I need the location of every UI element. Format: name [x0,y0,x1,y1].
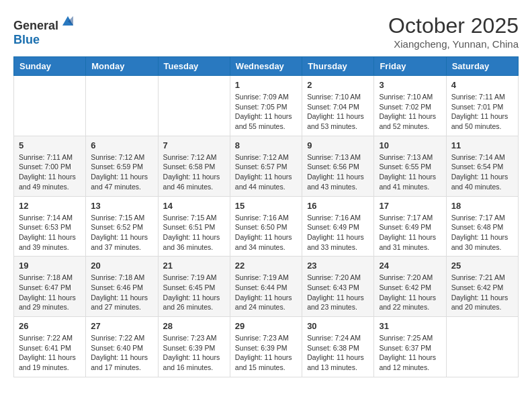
day-number: 6 [91,140,152,150]
weekday-header: Wednesday [230,57,302,76]
calendar-day-cell: 31Sunrise: 7:25 AM Sunset: 6:37 PM Dayli… [374,317,446,377]
calendar-day-cell: 23Sunrise: 7:20 AM Sunset: 6:43 PM Dayli… [302,257,374,317]
calendar-day-cell: 24Sunrise: 7:20 AM Sunset: 6:42 PM Dayli… [374,257,446,317]
day-number: 25 [451,261,513,271]
day-info: Sunrise: 7:19 AM Sunset: 6:45 PM Dayligh… [163,273,225,312]
calendar-table: SundayMondayTuesdayWednesdayThursdayFrid… [13,56,519,377]
calendar-day-cell: 14Sunrise: 7:15 AM Sunset: 6:51 PM Dayli… [158,196,230,257]
calendar-day-cell: 6Sunrise: 7:12 AM Sunset: 6:59 PM Daylig… [86,136,158,196]
day-number: 31 [379,321,441,331]
day-info: Sunrise: 7:22 AM Sunset: 6:41 PM Dayligh… [19,333,81,373]
calendar-day-cell: 12Sunrise: 7:14 AM Sunset: 6:53 PM Dayli… [14,196,86,257]
day-info: Sunrise: 7:11 AM Sunset: 7:01 PM Dayligh… [451,92,513,132]
day-number: 19 [19,261,81,271]
day-number: 26 [19,321,81,331]
weekday-header: Sunday [14,57,86,76]
weekday-header: Tuesday [158,57,230,76]
day-info: Sunrise: 7:11 AM Sunset: 7:00 PM Dayligh… [19,152,81,192]
calendar-day-cell: 30Sunrise: 7:24 AM Sunset: 6:38 PM Dayli… [302,317,374,377]
day-info: Sunrise: 7:22 AM Sunset: 6:40 PM Dayligh… [91,333,152,373]
calendar-day-cell [158,76,230,136]
day-info: Sunrise: 7:12 AM Sunset: 6:59 PM Dayligh… [91,152,152,192]
weekday-header: Saturday [446,57,518,76]
calendar-day-cell: 8Sunrise: 7:12 AM Sunset: 6:57 PM Daylig… [230,136,302,196]
day-info: Sunrise: 7:09 AM Sunset: 7:05 PM Dayligh… [235,92,297,132]
calendar-day-cell: 25Sunrise: 7:21 AM Sunset: 6:42 PM Dayli… [446,257,518,317]
page-header: General Blue October 2025 Xiangcheng, Yu… [13,13,519,50]
day-info: Sunrise: 7:24 AM Sunset: 6:38 PM Dayligh… [307,333,369,373]
day-info: Sunrise: 7:10 AM Sunset: 7:02 PM Dayligh… [379,92,441,132]
calendar-day-cell: 27Sunrise: 7:22 AM Sunset: 6:40 PM Dayli… [86,317,158,377]
day-number: 1 [235,80,297,90]
day-number: 7 [163,140,225,150]
calendar-day-cell: 13Sunrise: 7:15 AM Sunset: 6:52 PM Dayli… [86,196,158,257]
day-info: Sunrise: 7:14 AM Sunset: 6:54 PM Dayligh… [451,152,513,192]
calendar-week-row: 19Sunrise: 7:18 AM Sunset: 6:47 PM Dayli… [14,257,519,317]
day-info: Sunrise: 7:17 AM Sunset: 6:48 PM Dayligh… [451,213,513,253]
day-info: Sunrise: 7:20 AM Sunset: 6:42 PM Dayligh… [379,273,441,312]
day-info: Sunrise: 7:18 AM Sunset: 6:46 PM Dayligh… [91,273,152,312]
day-info: Sunrise: 7:15 AM Sunset: 6:52 PM Dayligh… [91,213,152,253]
logo-icon [60,13,76,30]
calendar-week-row: 12Sunrise: 7:14 AM Sunset: 6:53 PM Dayli… [14,196,519,257]
day-info: Sunrise: 7:15 AM Sunset: 6:51 PM Dayligh… [163,213,225,253]
logo-general: General [13,19,58,32]
calendar-day-cell: 19Sunrise: 7:18 AM Sunset: 6:47 PM Dayli… [14,257,86,317]
day-info: Sunrise: 7:14 AM Sunset: 6:53 PM Dayligh… [19,213,81,253]
day-info: Sunrise: 7:25 AM Sunset: 6:37 PM Dayligh… [379,333,441,373]
calendar-week-row: 5Sunrise: 7:11 AM Sunset: 7:00 PM Daylig… [14,136,519,196]
day-info: Sunrise: 7:16 AM Sunset: 6:50 PM Dayligh… [235,213,297,253]
day-number: 28 [163,321,225,331]
day-info: Sunrise: 7:12 AM Sunset: 6:58 PM Dayligh… [163,152,225,192]
calendar-day-cell: 18Sunrise: 7:17 AM Sunset: 6:48 PM Dayli… [446,196,518,257]
day-number: 5 [19,140,81,150]
calendar-day-cell: 2Sunrise: 7:10 AM Sunset: 7:04 PM Daylig… [302,76,374,136]
weekday-header: Friday [374,57,446,76]
calendar-day-cell: 15Sunrise: 7:16 AM Sunset: 6:50 PM Dayli… [230,196,302,257]
day-info: Sunrise: 7:10 AM Sunset: 7:04 PM Dayligh… [307,92,369,132]
calendar-day-cell: 5Sunrise: 7:11 AM Sunset: 7:00 PM Daylig… [14,136,86,196]
day-number: 20 [91,261,152,271]
logo: General Blue [13,13,76,47]
calendar-day-cell: 20Sunrise: 7:18 AM Sunset: 6:46 PM Dayli… [86,257,158,317]
calendar-day-cell: 26Sunrise: 7:22 AM Sunset: 6:41 PM Dayli… [14,317,86,377]
calendar-day-cell [14,76,86,136]
day-number: 13 [91,201,152,211]
calendar-day-cell: 11Sunrise: 7:14 AM Sunset: 6:54 PM Dayli… [446,136,518,196]
day-number: 29 [235,321,297,331]
calendar-day-cell: 17Sunrise: 7:17 AM Sunset: 6:49 PM Dayli… [374,196,446,257]
calendar-day-cell: 21Sunrise: 7:19 AM Sunset: 6:45 PM Dayli… [158,257,230,317]
calendar-day-cell: 28Sunrise: 7:23 AM Sunset: 6:39 PM Dayli… [158,317,230,377]
calendar-day-cell [446,317,518,377]
day-number: 14 [163,201,225,211]
day-number: 2 [307,80,369,90]
calendar-day-cell: 29Sunrise: 7:23 AM Sunset: 6:39 PM Dayli… [230,317,302,377]
day-number: 23 [307,261,369,271]
day-number: 18 [451,201,513,211]
title-section: October 2025 Xiangcheng, Yunnan, China [388,13,519,50]
calendar-day-cell: 10Sunrise: 7:13 AM Sunset: 6:55 PM Dayli… [374,136,446,196]
day-number: 27 [91,321,152,331]
calendar-day-cell: 22Sunrise: 7:19 AM Sunset: 6:44 PM Dayli… [230,257,302,317]
day-info: Sunrise: 7:21 AM Sunset: 6:42 PM Dayligh… [451,273,513,312]
day-info: Sunrise: 7:13 AM Sunset: 6:55 PM Dayligh… [379,152,441,192]
weekday-header: Monday [86,57,158,76]
calendar-header-row: SundayMondayTuesdayWednesdayThursdayFrid… [14,57,519,76]
day-number: 12 [19,201,81,211]
calendar-day-cell: 16Sunrise: 7:16 AM Sunset: 6:49 PM Dayli… [302,196,374,257]
day-info: Sunrise: 7:13 AM Sunset: 6:56 PM Dayligh… [307,152,369,192]
day-number: 11 [451,140,513,150]
day-info: Sunrise: 7:23 AM Sunset: 6:39 PM Dayligh… [235,333,297,373]
calendar-day-cell: 1Sunrise: 7:09 AM Sunset: 7:05 PM Daylig… [230,76,302,136]
calendar-day-cell [86,76,158,136]
day-info: Sunrise: 7:18 AM Sunset: 6:47 PM Dayligh… [19,273,81,312]
calendar-day-cell: 7Sunrise: 7:12 AM Sunset: 6:58 PM Daylig… [158,136,230,196]
day-info: Sunrise: 7:20 AM Sunset: 6:43 PM Dayligh… [307,273,369,312]
day-number: 22 [235,261,297,271]
day-info: Sunrise: 7:17 AM Sunset: 6:49 PM Dayligh… [379,213,441,253]
day-number: 24 [379,261,441,271]
day-number: 17 [379,201,441,211]
day-number: 3 [379,80,441,90]
day-info: Sunrise: 7:23 AM Sunset: 6:39 PM Dayligh… [163,333,225,373]
calendar-day-cell: 3Sunrise: 7:10 AM Sunset: 7:02 PM Daylig… [374,76,446,136]
